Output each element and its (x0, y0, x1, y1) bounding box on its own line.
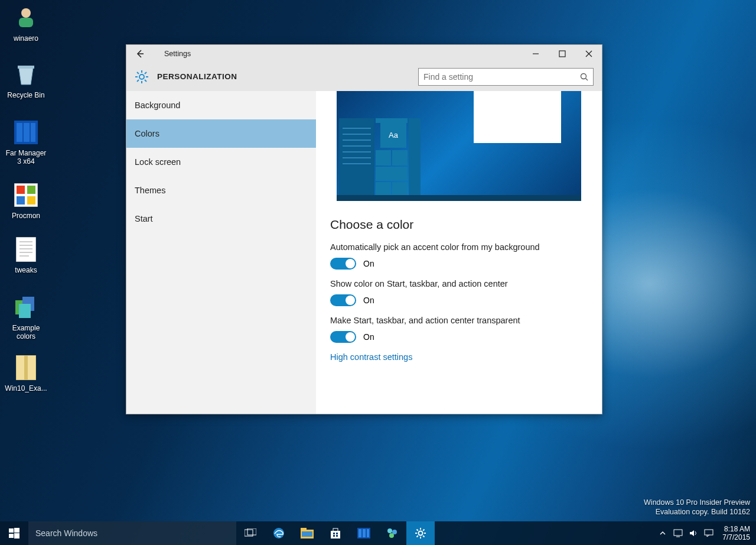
svg-line-33 (137, 72, 139, 74)
svg-point-28 (139, 74, 144, 79)
svg-rect-56 (359, 529, 361, 537)
section-heading: Choose a color (330, 218, 588, 232)
task-view-button[interactable] (236, 521, 265, 545)
svg-rect-71 (674, 530, 682, 536)
taskbar-search[interactable]: Search Windows (28, 521, 236, 545)
tray-overflow-button[interactable] (655, 521, 670, 545)
toggle-transparent[interactable] (330, 331, 356, 343)
tray-network-button[interactable] (670, 521, 686, 545)
text-file-icon (12, 235, 40, 264)
network-icon (673, 529, 683, 537)
window-title: Settings (154, 50, 191, 58)
sidebar: Background Colors Lock screen Themes Sta… (126, 91, 316, 414)
maximize-button[interactable] (549, 45, 575, 63)
desktop-icon-win10-zip[interactable]: Win10_Exa... (4, 353, 48, 392)
svg-rect-54 (336, 535, 338, 537)
svg-rect-42 (14, 533, 19, 538)
desktop-icon-label: Recycle Bin (4, 91, 48, 99)
windows-logo-icon (9, 528, 19, 538)
svg-rect-25 (559, 51, 565, 57)
recycle-bin-icon (12, 60, 40, 89)
store-icon (330, 527, 341, 539)
app-icon (12, 118, 40, 147)
sidebar-item-label: Lock screen (135, 157, 181, 167)
close-icon (585, 50, 592, 57)
clock-time: 8:18 AM (722, 525, 750, 533)
desktop-icon-recycle-bin[interactable]: Recycle Bin (4, 60, 48, 99)
taskbar-clock[interactable]: 8:18 AM 7/7/2015 (716, 525, 756, 541)
watermark-line: Windows 10 Pro Insider Preview (644, 498, 750, 507)
desktop-icon-example-colors[interactable]: Example colors (4, 293, 48, 340)
preview-start-icon (339, 118, 374, 195)
toggle-state-label: On (363, 296, 374, 305)
header-title: PERSONALIZATION (157, 72, 237, 81)
svg-line-69 (423, 530, 424, 531)
sidebar-item-colors[interactable]: Colors (126, 119, 316, 148)
chevron-up-icon (660, 530, 666, 536)
option-label: Automatically pick an accent color from … (330, 242, 588, 252)
minimize-icon (532, 50, 539, 57)
svg-rect-53 (333, 535, 335, 537)
gear-icon (135, 70, 149, 84)
svg-line-34 (145, 80, 146, 82)
svg-point-62 (419, 531, 423, 536)
volume-icon (689, 529, 698, 537)
option-auto-accent: Automatically pick an accent color from … (330, 242, 588, 270)
close-button[interactable] (575, 45, 602, 63)
zip-file-icon (12, 353, 40, 382)
titlebar[interactable]: Settings (126, 45, 602, 63)
sidebar-item-themes[interactable]: Themes (126, 176, 316, 205)
app-icon (386, 527, 399, 540)
back-arrow-icon (135, 49, 145, 59)
svg-rect-4 (17, 123, 22, 142)
desktop-icon-label: Example colors (4, 324, 48, 340)
taskbar-app-far-manager[interactable] (350, 521, 378, 545)
minimize-button[interactable] (522, 45, 549, 63)
svg-rect-9 (27, 186, 35, 194)
desktop-icon-far-manager[interactable]: Far Manager 3 x64 (4, 118, 48, 166)
svg-rect-2 (18, 66, 34, 69)
toggle-show-color[interactable] (330, 294, 356, 306)
svg-rect-58 (367, 529, 369, 537)
desktop-icon-label: tweaks (4, 266, 48, 274)
toggle-state-label: On (363, 259, 374, 268)
desktop-icon-label: Far Manager 3 x64 (4, 149, 48, 166)
sidebar-item-background[interactable]: Background (126, 91, 316, 119)
desktop: winaero Recycle Bin Far Manager 3 x64 Pr… (0, 0, 756, 545)
desktop-icon-procmon[interactable]: Procmon (4, 181, 48, 220)
taskbar-app-store[interactable] (321, 521, 350, 545)
clock-date: 7/7/2015 (722, 533, 750, 541)
tray-action-center-button[interactable] (701, 521, 716, 545)
svg-rect-73 (705, 530, 713, 535)
gear-icon (415, 527, 426, 539)
sidebar-item-lock-screen[interactable]: Lock screen (126, 148, 316, 176)
app-icon (357, 528, 370, 538)
sidebar-item-start[interactable]: Start (126, 205, 316, 233)
svg-rect-51 (333, 533, 335, 534)
option-label: Show color on Start, taskbar, and action… (330, 279, 588, 288)
svg-point-37 (581, 73, 586, 79)
start-button[interactable] (0, 521, 28, 545)
taskbar-app-settings[interactable] (406, 521, 435, 545)
toggle-auto-accent[interactable] (330, 258, 356, 270)
preview-window-icon (474, 91, 561, 143)
taskbar-app-edge[interactable] (265, 521, 293, 545)
registry-icon (12, 293, 40, 322)
tray-volume-button[interactable] (686, 521, 701, 545)
taskbar-app-winaero[interactable] (378, 521, 406, 545)
desktop-icon-winaero[interactable]: winaero (4, 4, 48, 43)
taskbar-app-explorer[interactable] (293, 521, 321, 545)
build-watermark: Windows 10 Pro Insider Preview Evaluatio… (644, 498, 750, 517)
search-box[interactable] (418, 68, 594, 86)
svg-line-38 (586, 78, 588, 80)
back-button[interactable] (126, 45, 154, 63)
desktop-icon-tweaks[interactable]: tweaks (4, 235, 48, 274)
system-tray: 8:18 AM 7/7/2015 (655, 521, 756, 545)
edge-icon (272, 527, 285, 540)
sidebar-item-label: Start (135, 214, 153, 223)
folder-icon (301, 528, 314, 538)
svg-rect-48 (302, 531, 312, 537)
svg-rect-10 (17, 196, 25, 205)
search-input[interactable] (423, 72, 580, 82)
high-contrast-link[interactable]: High contrast settings (330, 352, 588, 362)
